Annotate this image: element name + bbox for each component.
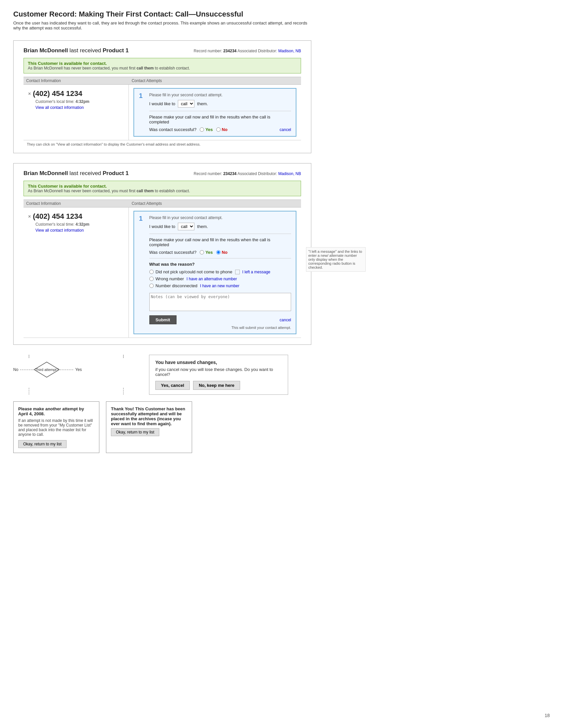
- bottom-card-1-title: Please make another attempt by April 4, …: [18, 406, 94, 416]
- customer-name-1: Brian McDonnell last received Product 1: [23, 47, 128, 54]
- reason-row-1: Did not pick up/could not come to phone …: [149, 269, 291, 274]
- record-info-2: Record number: 234234 Associated Distrib…: [194, 171, 301, 176]
- no-keep-button[interactable]: No, keep me here: [193, 381, 240, 390]
- page-number: 18: [544, 713, 550, 718]
- columns-body-1: × (402) 454 1234 Customer's local time: …: [23, 85, 301, 140]
- remove-phone-icon-2[interactable]: ×: [28, 214, 31, 219]
- left-message-checkbox[interactable]: [235, 270, 240, 274]
- reason-row-2: Wrong number I have an alternative numbe…: [149, 276, 291, 281]
- reason-title: What was the reason?: [149, 262, 291, 267]
- bottom-cards: Please make another attempt by April 4, …: [13, 401, 550, 453]
- attempt-action-row-1: I would like to call them.: [149, 100, 291, 108]
- attempts-col-2: 1 Please fill in your second contact att…: [129, 207, 301, 338]
- submit-sub: This will submit your contact attempt.: [149, 326, 291, 330]
- call-select-2[interactable]: call: [178, 223, 194, 230]
- unsaved-changes-box: You have unsaved changes, if you cancel …: [149, 355, 288, 395]
- yes-cancel-button[interactable]: Yes, cancel: [155, 381, 190, 390]
- record-info-1: Record number: 234234 Associated Distrib…: [194, 49, 301, 53]
- flow-yes-label: Yes: [75, 367, 82, 372]
- cancel-link-1[interactable]: cancel: [279, 127, 291, 132]
- col-header-attempts-1: Contact Attempts: [129, 77, 301, 84]
- customer-header-1: Brian McDonnell last received Product 1 …: [23, 47, 301, 54]
- was-contact-label-1: Was contact successful?: [149, 127, 197, 132]
- unsaved-title: You have unsaved changes,: [155, 360, 282, 365]
- attempts-col-1: 1 Please fill in your second contact att…: [129, 85, 301, 140]
- contact-info-col-1: × (402) 454 1234 Customer's local time: …: [23, 85, 129, 140]
- radio-yes-2[interactable]: Yes: [200, 250, 212, 255]
- flow-diagram: No Third attempt? Yes: [13, 355, 139, 388]
- bottom-card-1-button[interactable]: Okay, return to my list: [18, 440, 67, 448]
- card-2: Brian McDonnell last received Product 1 …: [13, 163, 311, 345]
- status-bar-1: This Customer is available for contact. …: [23, 58, 301, 73]
- radio-yes-1[interactable]: Yes: [200, 127, 212, 132]
- was-contact-label-2: Was contact successful?: [149, 250, 197, 255]
- columns-header-1: Contact Information Contact Attempts: [23, 77, 301, 85]
- attempt-number-1: 1: [139, 92, 142, 100]
- reason-radio-1[interactable]: [149, 270, 154, 274]
- contact-info-col-2: × (402) 454 1234 Customer's local time: …: [23, 207, 129, 338]
- new-number-link[interactable]: I have an new number: [200, 284, 239, 288]
- unsaved-text: if you cancel now you will lose these ch…: [155, 367, 282, 377]
- reason-radio-3[interactable]: [149, 284, 154, 288]
- phone-number-1: × (402) 454 1234: [28, 89, 125, 98]
- customer-header-2: Brian McDonnell last received Product 1 …: [23, 170, 301, 177]
- unsaved-buttons: Yes, cancel No, keep me here: [155, 381, 282, 390]
- columns-header-2: Contact Information Contact Attempts: [23, 200, 301, 207]
- flow-no-label: No: [13, 367, 18, 372]
- alt-number-link[interactable]: I have an alternative number: [186, 277, 237, 281]
- submit-button[interactable]: Submit: [149, 315, 176, 324]
- attempt-number-2: 1: [139, 215, 142, 222]
- card-1: Brian McDonnell last received Product 1 …: [13, 40, 311, 153]
- side-note: "I left a message" and the links to ente…: [306, 247, 366, 272]
- please-make-1: Please make your call now and fill in th…: [149, 114, 291, 124]
- attempt-title-1: Please fill in your second contact attem…: [149, 93, 291, 97]
- attempt-box-1: 1 Please fill in your second contact att…: [133, 88, 297, 137]
- attempt-box-2: 1 Please fill in your second contact att…: [133, 211, 297, 334]
- col-header-attempts-2: Contact Attempts: [129, 200, 301, 207]
- reason-radio-2[interactable]: [149, 277, 154, 281]
- attempt-action-row-2: I would like to call them.: [149, 223, 291, 230]
- notes-textarea[interactable]: [149, 293, 291, 311]
- bottom-card-1: Please make another attempt by April 4, …: [13, 401, 99, 453]
- status-bar-2: This Customer is available for contact. …: [23, 181, 301, 196]
- col-header-contact-1: Contact Information: [23, 77, 129, 84]
- view-all-link-1[interactable]: View all contact information: [35, 105, 125, 110]
- distributor-link-1[interactable]: Madison, NB: [278, 49, 301, 53]
- bottom-card-1-text: If an attempt is not made by this time i…: [18, 418, 94, 437]
- distributor-link-2[interactable]: Madison, NB: [278, 171, 301, 176]
- page-title: Customer Record: Making Their First Cont…: [13, 10, 550, 19]
- attempt-title-2: Please fill in your second contact attem…: [149, 215, 291, 220]
- bottom-note-1: They can click on "View all contact info…: [23, 142, 301, 146]
- local-time-2: Customer's local time: 4:32pm: [35, 222, 125, 227]
- bottom-card-2-title: Thank You! This Customer has been succes…: [111, 406, 187, 426]
- bottom-card-2-button[interactable]: Okay, return to my list: [111, 428, 159, 436]
- reason-row-3: Number disconnected I have an new number: [149, 283, 291, 288]
- remove-phone-icon-1[interactable]: ×: [28, 91, 31, 96]
- submit-row: Submit cancel: [149, 315, 291, 324]
- flow-diamond-text: Third attempt?: [35, 368, 59, 372]
- reason-section: What was the reason? Did not pick up/cou…: [149, 262, 291, 330]
- cancel-link-2[interactable]: cancel: [279, 318, 291, 322]
- customer-name-2: Brian McDonnell last received Product 1: [23, 170, 128, 177]
- view-all-link-2[interactable]: View all contact information: [35, 228, 125, 233]
- please-make-2: Please make your call now and fill in th…: [149, 237, 291, 247]
- col-header-contact-2: Contact Information: [23, 200, 129, 207]
- call-select-1[interactable]: call: [178, 100, 194, 108]
- phone-number-2: × (402) 454 1234: [28, 212, 125, 221]
- page-subtitle: Once the user has indicated they want to…: [13, 21, 311, 30]
- radio-no-2[interactable]: No: [216, 250, 227, 255]
- columns-body-2: × (402) 454 1234 Customer's local time: …: [23, 207, 301, 338]
- radio-no-1[interactable]: No: [216, 127, 227, 132]
- local-time-1: Customer's local time: 4:32pm: [35, 99, 125, 104]
- bottom-card-2: Thank You! This Customer has been succes…: [106, 401, 192, 453]
- left-message-link[interactable]: I left a message: [242, 270, 270, 274]
